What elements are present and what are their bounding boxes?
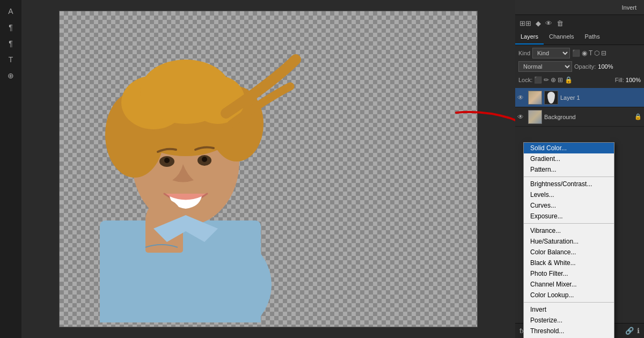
kind-select[interactable]: Kind bbox=[532, 48, 570, 58]
opacity-value: 100% bbox=[598, 63, 613, 70]
background-visibility-icon[interactable]: 👁 bbox=[517, 113, 526, 121]
pixel-icon[interactable]: ⬛ bbox=[572, 49, 580, 57]
svg-point-12 bbox=[164, 158, 170, 163]
menu-item-channel-mixer[interactable]: Channel Mixer... bbox=[524, 279, 614, 290]
menu-item-color-lookup[interactable]: Color Lookup... bbox=[524, 290, 614, 300]
menu-item-posterize[interactable]: Posterize... bbox=[524, 315, 614, 326]
blend-mode-select[interactable]: Normal bbox=[518, 61, 572, 72]
diamond-icon[interactable]: ◆ bbox=[536, 19, 541, 27]
tool-paragraph[interactable]: ¶ bbox=[4, 20, 18, 34]
tab-paths[interactable]: Paths bbox=[580, 31, 605, 45]
tool-add[interactable]: ⊕ bbox=[4, 69, 18, 83]
panel-title: Invert bbox=[621, 4, 640, 11]
layer-1-name: Layer 1 bbox=[560, 94, 642, 101]
tool-type[interactable]: A bbox=[4, 4, 18, 18]
eye-icon[interactable]: 👁 bbox=[545, 19, 552, 27]
svg-point-9 bbox=[140, 60, 231, 124]
layer-1-visibility-icon[interactable]: 👁 bbox=[517, 94, 526, 101]
menu-item-black-white[interactable]: Black & White... bbox=[524, 258, 614, 268]
menu-item-curves[interactable]: Curves... bbox=[524, 200, 614, 211]
layer-1-mask-shape bbox=[547, 92, 555, 104]
menu-item-color-balance[interactable]: Color Balance... bbox=[524, 247, 614, 258]
tab-layers[interactable]: Layers bbox=[515, 31, 544, 45]
menu-item-photo-filter[interactable]: Photo Filter... bbox=[524, 268, 614, 279]
lock-position-icon[interactable]: ⊕ bbox=[551, 76, 556, 84]
tool-paragraph2[interactable]: ¶ bbox=[4, 36, 18, 50]
layer-1-thumbnail bbox=[528, 91, 542, 105]
menu-item-vibrance[interactable]: Vibrance... bbox=[524, 225, 614, 236]
background-layer-name: Background bbox=[544, 114, 632, 120]
person-image bbox=[70, 17, 301, 322]
panel-tabs: Layers Channels Paths bbox=[515, 31, 644, 45]
canvas-wrapper bbox=[59, 11, 478, 327]
menu-item-exposure[interactable]: Exposure... bbox=[524, 211, 614, 222]
layer-item-1[interactable]: 👁 Layer 1 bbox=[515, 88, 644, 107]
menu-divider-3 bbox=[524, 302, 614, 303]
kind-icons: ⬛ ◉ T ⬡ ⊟ bbox=[572, 49, 606, 57]
link-icon[interactable]: 🔗 bbox=[625, 327, 634, 335]
menu-divider-2 bbox=[524, 223, 614, 224]
tab-channels[interactable]: Channels bbox=[544, 31, 579, 45]
shape-icon[interactable]: ⬡ bbox=[594, 49, 599, 57]
lock-fill-row: Lock: ⬛ ✏ ⊕ ⊞ 🔒 Fill: 100% bbox=[518, 74, 641, 86]
top-icons-row: ⊞⊞ ◆ 👁 🗑 bbox=[515, 15, 644, 31]
menu-item-levels[interactable]: Levels... bbox=[524, 189, 614, 200]
menu-item-brightness-contrast[interactable]: Brightness/Contrast... bbox=[524, 179, 614, 189]
fill-label: Fill: bbox=[615, 77, 624, 83]
opacity-label: Opacity: bbox=[574, 63, 596, 70]
link-icons: 🔗 ℹ bbox=[625, 327, 640, 335]
lock-pixels-icon[interactable]: ⬛ bbox=[534, 76, 542, 84]
type-icon[interactable]: T bbox=[589, 49, 592, 57]
lock-paint-icon[interactable]: ✏ bbox=[544, 76, 549, 84]
lock-label: Lock: bbox=[518, 77, 532, 83]
dropdown-menu: Solid Color... Gradient... Pattern... Br… bbox=[523, 142, 614, 338]
background-lock-icon: 🔒 bbox=[634, 113, 642, 120]
menu-item-hue-saturation[interactable]: Hue/Saturation... bbox=[524, 236, 614, 247]
tool-text[interactable]: T bbox=[4, 53, 18, 67]
menu-item-pattern[interactable]: Pattern... bbox=[524, 164, 614, 175]
menu-item-invert[interactable]: Invert bbox=[524, 304, 614, 315]
panel-header: Invert bbox=[515, 0, 644, 15]
trash-icon[interactable]: 🗑 bbox=[557, 19, 564, 27]
fill-value: 100% bbox=[626, 77, 641, 83]
layer-item-background[interactable]: 👁 Background 🔒 bbox=[515, 107, 644, 127]
background-thumbnail bbox=[528, 110, 542, 124]
lock-all-icon[interactable]: 🔒 bbox=[565, 76, 573, 84]
smart-icon[interactable]: ⊟ bbox=[601, 49, 606, 57]
blend-row: Normal Opacity: 100% bbox=[518, 61, 641, 72]
menu-item-solid-color[interactable]: Solid Color... bbox=[524, 143, 614, 153]
svg-point-13 bbox=[202, 157, 207, 162]
layer-1-mask-thumbnail bbox=[544, 91, 558, 105]
info-icon[interactable]: ℹ bbox=[637, 327, 640, 335]
left-toolbar: A ¶ ¶ T ⊕ bbox=[0, 0, 21, 338]
menu-item-gradient[interactable]: Gradient... bbox=[524, 153, 614, 164]
adjustment-icon[interactable]: ◉ bbox=[582, 49, 587, 57]
kind-label: Kind bbox=[518, 50, 530, 56]
kind-row: Kind Kind ⬛ ◉ T ⬡ ⊟ bbox=[518, 47, 641, 59]
grid-icon[interactable]: ⊞⊞ bbox=[519, 19, 531, 27]
menu-divider-1 bbox=[524, 177, 614, 177]
layers-controls: Kind Kind ⬛ ◉ T ⬡ ⊟ Normal Opacity: 100%… bbox=[515, 45, 644, 88]
canvas-area bbox=[21, 0, 515, 338]
menu-item-threshold[interactable]: Threshold... bbox=[524, 326, 614, 336]
lock-artboard-icon[interactable]: ⊞ bbox=[558, 76, 563, 84]
